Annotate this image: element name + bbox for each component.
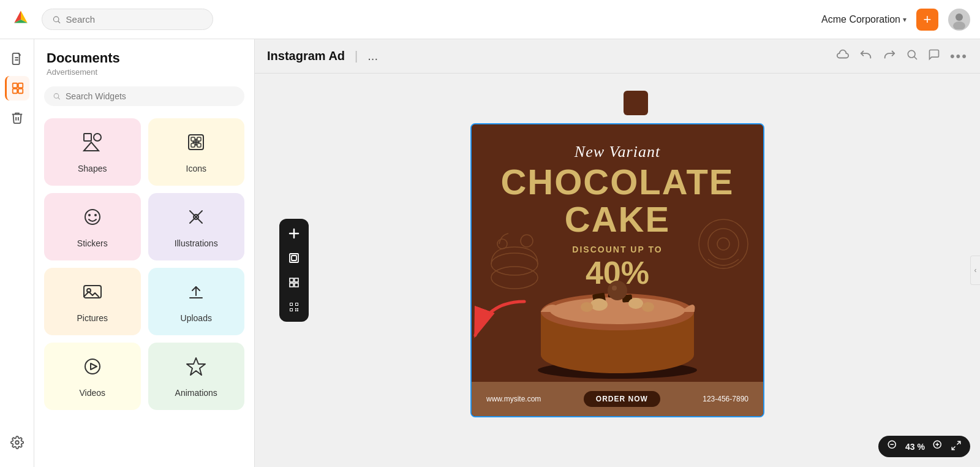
svg-point-73 <box>590 298 608 311</box>
canvas-area: Instagram Ad | ... ••• <box>255 39 980 467</box>
shapes-icon <box>81 131 104 158</box>
svg-rect-22 <box>197 137 201 141</box>
svg-rect-44 <box>290 283 293 287</box>
undo-icon[interactable] <box>859 48 873 64</box>
svg-rect-23 <box>191 143 195 147</box>
sidebar-header: Documents Advertisement <box>34 39 254 79</box>
svg-point-74 <box>628 298 643 309</box>
chevron-down-icon: ▾ <box>903 15 907 24</box>
ad-website: www.mysite.com <box>486 395 541 403</box>
svg-point-61 <box>708 229 739 259</box>
svg-rect-41 <box>292 256 296 260</box>
svg-point-62 <box>717 238 729 250</box>
add-button[interactable]: + <box>916 9 938 31</box>
main-layout: Documents Advertisement Sha <box>0 39 980 467</box>
svg-rect-45 <box>295 283 298 287</box>
illustrations-label: Illustrations <box>175 238 218 248</box>
sidebar-subtitle: Advertisement <box>47 67 242 77</box>
ad-discount-label: DISCOUNT UP TO <box>572 245 662 254</box>
color-swatch-selected[interactable] <box>624 91 648 115</box>
widget-animations[interactable]: Animations <box>148 343 245 410</box>
svg-point-6 <box>953 21 965 29</box>
search-icon <box>52 15 61 25</box>
expand-icon[interactable] <box>951 440 962 454</box>
svg-point-26 <box>88 214 91 216</box>
svg-rect-11 <box>18 83 23 88</box>
widget-search-input[interactable] <box>66 91 236 101</box>
svg-point-5 <box>956 13 963 21</box>
zoom-bar: 43 % <box>878 436 970 457</box>
svg-line-84 <box>952 446 955 449</box>
svg-rect-17 <box>84 134 91 141</box>
more-options-icon[interactable]: ••• <box>950 48 968 64</box>
widget-search-bar[interactable] <box>44 86 244 106</box>
topbar: Acme Corporation ▾ + <box>0 0 980 39</box>
svg-rect-24 <box>197 143 201 147</box>
svg-point-14 <box>15 441 19 444</box>
icons-icon <box>185 131 207 158</box>
ad-canvas[interactable]: New Variant CHOCOLATE CAKE DISCOUNT UP T… <box>470 123 764 417</box>
svg-point-76 <box>581 302 593 312</box>
sidebar-item-template[interactable] <box>5 76 29 101</box>
search-bar[interactable] <box>42 9 213 30</box>
svg-point-18 <box>94 134 101 141</box>
svg-point-58 <box>497 239 507 249</box>
svg-rect-51 <box>290 309 292 311</box>
widget-pictures[interactable]: Pictures <box>44 268 141 335</box>
widget-uploads[interactable]: Uploads <box>148 268 245 335</box>
ad-footer: www.mysite.com ORDER NOW 123-456-7890 <box>472 382 763 416</box>
canvas-topbar: Instagram Ad | ... ••• <box>255 39 980 74</box>
zoom-percentage: 43 % <box>903 442 927 452</box>
widget-icons[interactable]: Icons <box>148 118 245 186</box>
cloud-save-icon[interactable] <box>836 48 850 64</box>
widget-search-icon <box>53 92 61 101</box>
avatar[interactable] <box>948 9 970 31</box>
animations-label: Animations <box>175 388 217 398</box>
ad-cake-image <box>513 257 722 379</box>
ad-script-text: New Variant <box>575 143 660 161</box>
widget-grid: Shapes Icons <box>34 113 254 420</box>
widget-videos[interactable]: Videos <box>44 343 141 410</box>
company-selector[interactable]: Acme Corporation ▾ <box>821 14 907 25</box>
resize-button[interactable] <box>283 247 305 269</box>
zoom-in-button[interactable] <box>932 439 943 454</box>
vertical-toolbar <box>279 219 309 322</box>
pictures-label: Pictures <box>77 313 108 323</box>
app-logo[interactable] <box>10 9 32 31</box>
sidebar-title: Documents <box>47 50 242 66</box>
svg-rect-54 <box>295 310 296 311</box>
qr-button[interactable] <box>283 296 305 318</box>
grid-button[interactable] <box>283 271 305 294</box>
uploads-label: Uploads <box>181 313 212 323</box>
ad-order-button[interactable]: ORDER NOW <box>584 391 660 407</box>
add-element-button[interactable] <box>283 222 305 245</box>
collapse-sidebar-button[interactable]: ‹ <box>970 256 980 285</box>
animations-icon <box>185 355 207 382</box>
sidebar-item-trash[interactable] <box>5 105 29 130</box>
svg-rect-53 <box>297 308 298 309</box>
canvas-more-label[interactable]: ... <box>368 49 378 63</box>
widget-shapes[interactable]: Shapes <box>44 118 141 186</box>
svg-rect-7 <box>12 53 19 64</box>
pictures-icon <box>81 281 104 307</box>
icons-label: Icons <box>186 164 206 173</box>
svg-point-33 <box>85 359 100 374</box>
canvas-actions: ••• <box>836 48 968 64</box>
illustrations-icon <box>185 206 207 232</box>
widget-stickers[interactable]: Stickers <box>44 193 141 260</box>
widget-illustrations[interactable]: Illustrations <box>148 193 245 260</box>
search-canvas-icon[interactable] <box>906 48 918 64</box>
settings-button[interactable] <box>5 430 29 455</box>
videos-icon <box>81 355 104 382</box>
icon-bar <box>0 39 34 467</box>
zoom-out-button[interactable] <box>887 439 898 454</box>
svg-rect-52 <box>295 308 296 309</box>
svg-point-27 <box>94 214 97 216</box>
redo-icon[interactable] <box>883 48 896 64</box>
sidebar-item-document[interactable] <box>5 47 29 71</box>
svg-line-16 <box>58 97 59 99</box>
search-input[interactable] <box>66 14 203 25</box>
svg-rect-42 <box>290 278 293 282</box>
svg-rect-13 <box>18 89 23 93</box>
comment-icon[interactable] <box>928 48 940 64</box>
